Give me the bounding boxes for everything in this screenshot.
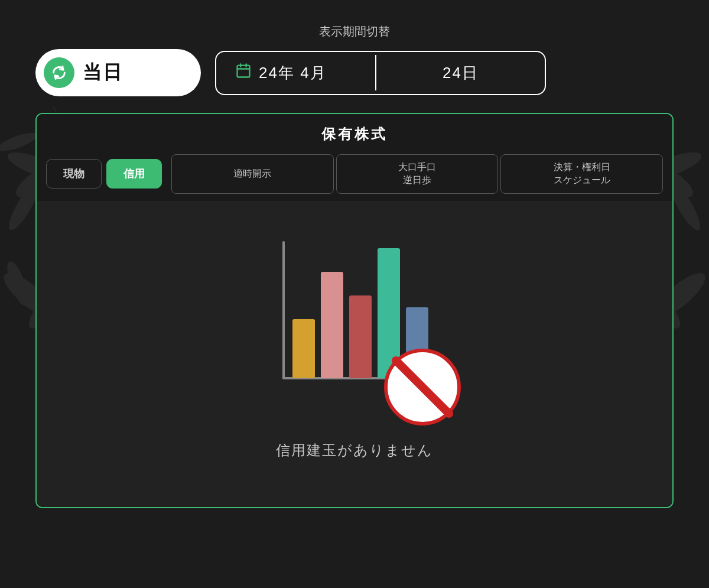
chart-container [260,236,449,420]
tab-genbutsu[interactable]: 現物 [46,159,102,189]
calendar-icon [235,63,252,83]
date-month-part[interactable]: 24年 4月 [216,52,375,94]
tab-oguchi[interactable]: 大口手口逆日歩 [336,154,499,194]
refresh-icon [44,57,74,88]
today-label: 当日 [83,60,123,86]
stock-empty-body: 信用建玉がありません [37,201,672,507]
svg-rect-24 [349,295,372,378]
svg-rect-23 [321,272,343,378]
stock-tabs: 現物 信用 適時開示 大口手口逆日歩 決算・権利日スケジュール [37,154,672,201]
tab-group-left: 現物 信用 [46,154,162,194]
period-switch-section: 表示期間切替 当日 [35,24,674,96]
date-day: 24日 [376,52,545,94]
svg-rect-22 [292,319,315,378]
svg-rect-16 [238,66,250,77]
date-picker[interactable]: 24年 4月 24日 [215,51,546,95]
tab-tekiji[interactable]: 適時開示 [171,154,334,194]
no-entry-sign [384,349,461,425]
stock-section: 保有株式 現物 信用 適時開示 大口手口逆日歩 決算・権利日スケジュール [35,113,674,508]
tab-group-right: 適時開示 大口手口逆日歩 決算・権利日スケジュール [171,154,663,194]
empty-message: 信用建玉がありません [276,441,433,460]
today-button[interactable]: 当日 [35,49,201,96]
stock-title: 保有株式 [321,126,388,142]
tab-kessan[interactable]: 決算・権利日スケジュール [500,154,663,194]
stock-header: 保有株式 [37,114,672,154]
period-switch-label: 表示期間切替 [35,24,674,40]
top-controls: 当日 24年 4月 24日 [35,49,674,96]
tab-shinyou[interactable]: 信用 [106,159,162,189]
date-year-month: 24年 4月 [259,63,327,83]
